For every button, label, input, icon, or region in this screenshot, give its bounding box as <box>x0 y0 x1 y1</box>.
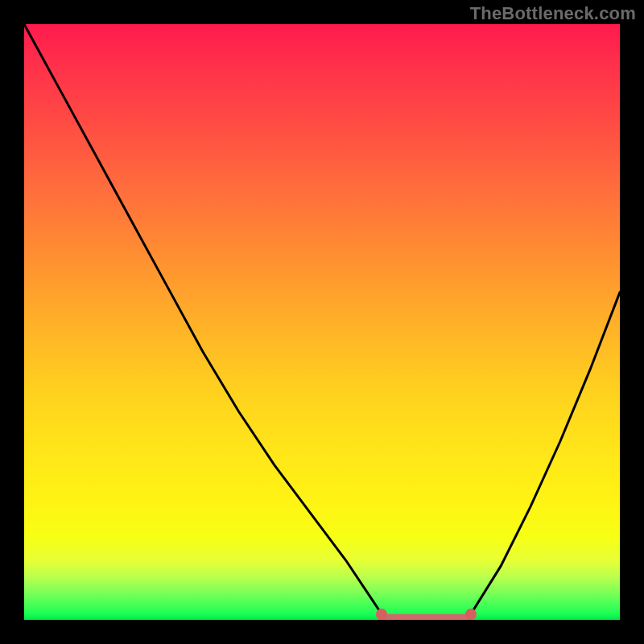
chart-frame: TheBottleneck.com <box>0 0 644 644</box>
flat-segment-highlight <box>24 24 620 620</box>
flat-segment-dot-right <box>465 609 477 620</box>
flat-segment-dot-left <box>376 609 387 620</box>
plot-area <box>24 24 620 620</box>
watermark-text: TheBottleneck.com <box>470 3 636 24</box>
